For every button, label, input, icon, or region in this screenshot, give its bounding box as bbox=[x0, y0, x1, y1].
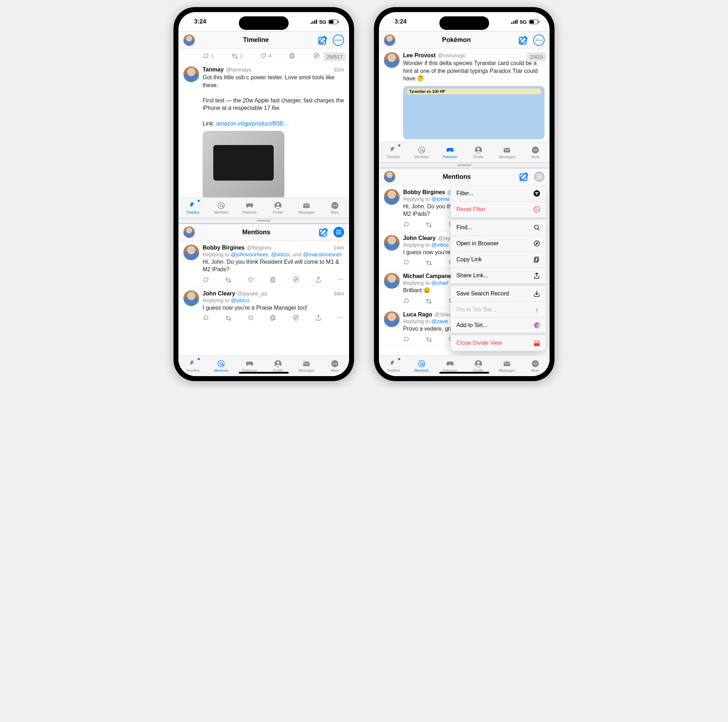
tweet-author-name[interactable]: John Cleary bbox=[203, 291, 236, 297]
filter-button[interactable] bbox=[333, 227, 344, 237]
mention-cell[interactable]: John Cleary @jaysee_au 34m Replying to @… bbox=[179, 287, 349, 325]
tab-more[interactable]: More bbox=[521, 142, 549, 162]
tab-pokémon[interactable]: Pokémon bbox=[236, 198, 264, 218]
menu-item-copy-link[interactable]: Copy Link bbox=[451, 252, 546, 268]
more-options-button[interactable] bbox=[333, 35, 344, 46]
tweet-author-name[interactable]: John Cleary bbox=[403, 235, 436, 242]
tab-pokémon[interactable]: Pokémon bbox=[436, 142, 464, 162]
compass-action[interactable] bbox=[292, 276, 299, 283]
navbar-bottom: Mentions bbox=[379, 168, 549, 185]
compose-button[interactable] bbox=[518, 35, 529, 46]
compose-button[interactable] bbox=[318, 226, 329, 238]
share-action[interactable] bbox=[315, 314, 322, 321]
copy-action[interactable] bbox=[270, 314, 277, 321]
pane-drag-handle[interactable] bbox=[179, 218, 349, 223]
reply-action[interactable] bbox=[203, 276, 210, 283]
tab-timeline[interactable]: Timeline bbox=[379, 356, 407, 376]
tab-more[interactable]: More bbox=[521, 356, 549, 376]
account-avatar[interactable] bbox=[384, 35, 395, 46]
menu-item-share-link[interactable]: Share Link... bbox=[451, 268, 546, 286]
pokemon-feed[interactable]: 2/415 Lee Provost @osirusvgc 1h Wonder i… bbox=[379, 49, 549, 142]
tab-messages[interactable]: Messages bbox=[292, 198, 321, 218]
menu-item-find[interactable]: Find... bbox=[451, 220, 546, 236]
retweet-action[interactable] bbox=[425, 259, 432, 266]
tab-profile[interactable]: Profile bbox=[464, 142, 492, 162]
tweet-author-name[interactable]: Luca Rago bbox=[403, 311, 432, 318]
tab-messages[interactable]: Messages bbox=[492, 356, 521, 376]
tweet-author-name[interactable]: Lee Provost bbox=[403, 52, 436, 59]
tab-mentions[interactable]: Mentions bbox=[207, 356, 236, 376]
tweet-author-name[interactable]: Bobby Birgines bbox=[403, 189, 445, 196]
menu-item-add-to-siri[interactable]: Add to Siri... bbox=[451, 318, 546, 335]
tweet-cell[interactable]: Lee Provost @osirusvgc 1h Wonder if this… bbox=[379, 49, 549, 139]
tweet-author-name[interactable]: Bobby Birgines bbox=[203, 245, 245, 251]
tab-more[interactable]: More bbox=[321, 356, 349, 376]
account-avatar[interactable] bbox=[184, 226, 195, 238]
more-options-button[interactable] bbox=[533, 35, 544, 46]
copy-action[interactable] bbox=[270, 276, 277, 283]
tab-timeline[interactable]: Timeline bbox=[179, 356, 207, 376]
tweet-avatar[interactable] bbox=[184, 291, 199, 306]
tab-mentions[interactable]: Mentions bbox=[407, 142, 436, 162]
like-action[interactable] bbox=[248, 276, 254, 283]
reply-action[interactable] bbox=[203, 314, 210, 321]
timeline-feed[interactable]: 25/517 1 1 4 Tanmay @t bbox=[179, 49, 349, 197]
account-avatar[interactable] bbox=[184, 35, 195, 46]
home-indicator[interactable] bbox=[239, 372, 289, 373]
like-action[interactable] bbox=[248, 314, 254, 321]
retweet-action[interactable] bbox=[425, 297, 432, 304]
like-action[interactable]: 4 bbox=[260, 52, 272, 59]
mention-cell[interactable]: Bobby Birgines @Birgines 24m Replying to… bbox=[179, 241, 349, 287]
retweet-action[interactable] bbox=[225, 276, 232, 283]
reply-action[interactable] bbox=[403, 221, 410, 228]
reply-action[interactable] bbox=[403, 297, 410, 304]
account-avatar[interactable] bbox=[384, 171, 395, 182]
reply-action[interactable] bbox=[403, 336, 410, 342]
tab-mentions[interactable]: Mentions bbox=[207, 198, 236, 218]
tweet-image[interactable] bbox=[203, 131, 284, 197]
tab-more[interactable]: More bbox=[321, 198, 349, 218]
menu-item-close-divide-view[interactable]: Close Divide View bbox=[451, 335, 546, 351]
tab-mentions[interactable]: Mentions bbox=[407, 356, 436, 376]
tweet-author-name[interactable]: Tanmay bbox=[203, 66, 223, 73]
tweet-avatar[interactable] bbox=[384, 273, 399, 289]
menu-item-reset-filter[interactable]: Reset Filter bbox=[451, 202, 546, 220]
mentions-feed[interactable]: Bobby Birgines @Birgines 24m Replying to… bbox=[179, 241, 349, 355]
compass-action[interactable] bbox=[292, 314, 299, 321]
tweet-link[interactable]: amazon.in/gp/product/B0B… bbox=[216, 121, 289, 127]
compose-button[interactable] bbox=[518, 171, 530, 182]
reply-action[interactable]: 1 bbox=[203, 52, 214, 59]
retweet-action[interactable]: 1 bbox=[231, 52, 243, 59]
menu-item-save-search-record[interactable]: Save Search Record bbox=[451, 286, 546, 302]
more-action[interactable] bbox=[337, 314, 344, 321]
tweet-avatar[interactable] bbox=[384, 235, 399, 251]
more-action[interactable] bbox=[337, 276, 344, 283]
pane-drag-handle[interactable] bbox=[379, 162, 549, 168]
share-action[interactable] bbox=[315, 276, 322, 283]
tweet-avatar[interactable] bbox=[384, 189, 399, 205]
retweet-action[interactable] bbox=[425, 221, 432, 228]
tab-messages[interactable]: Messages bbox=[292, 356, 321, 376]
reply-action[interactable] bbox=[403, 259, 410, 266]
compose-button[interactable] bbox=[317, 35, 329, 46]
tweet-avatar[interactable] bbox=[184, 66, 199, 82]
tweet-avatar[interactable] bbox=[384, 52, 399, 68]
tweet-author-name[interactable]: Michael Campane bbox=[403, 273, 451, 279]
tweet-avatar[interactable] bbox=[184, 245, 199, 260]
filter-button[interactable] bbox=[534, 171, 544, 182]
compass-action[interactable] bbox=[313, 52, 320, 59]
tab-messages[interactable]: Messages bbox=[492, 142, 521, 162]
menu-item-filter[interactable]: Filter... bbox=[451, 185, 546, 202]
tab-timeline[interactable]: Timeline bbox=[179, 198, 207, 218]
tweet-cell[interactable]: Tanmay @tanmays 32m Got this little usb … bbox=[179, 63, 349, 197]
tab-profile[interactable]: Profile bbox=[264, 198, 292, 218]
copy-action[interactable] bbox=[289, 52, 296, 59]
retweet-action[interactable] bbox=[425, 336, 432, 342]
mentions-feed[interactable]: Bobby Birgines @BReplying to @johnvHi, J… bbox=[379, 185, 549, 355]
retweet-action[interactable] bbox=[225, 314, 232, 321]
home-indicator[interactable] bbox=[439, 372, 489, 373]
tab-timeline[interactable]: Timeline bbox=[379, 142, 407, 162]
pokemon-card-image[interactable] bbox=[403, 86, 544, 139]
tweet-avatar[interactable] bbox=[384, 311, 399, 327]
menu-item-open-in-browser[interactable]: Open in Browser bbox=[451, 236, 546, 252]
